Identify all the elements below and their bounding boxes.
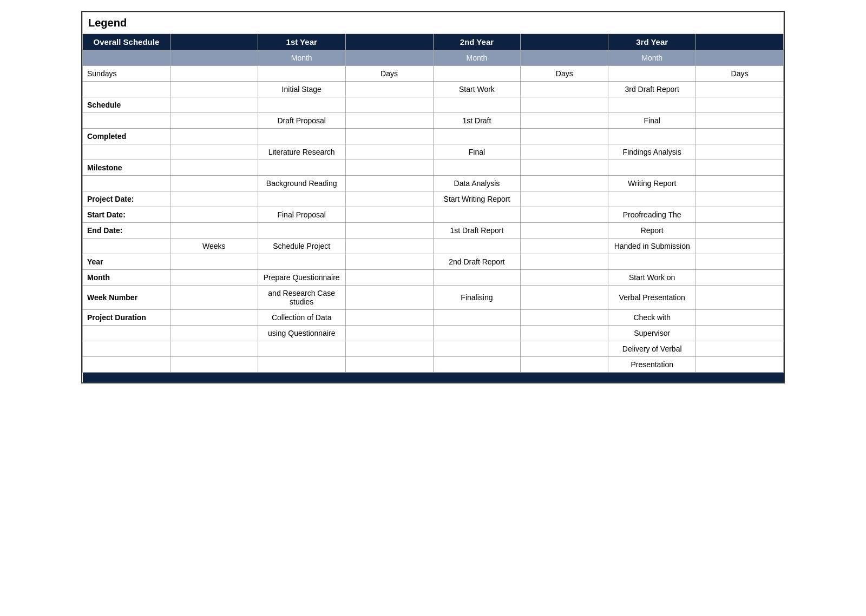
month-label-empty2 [170, 50, 258, 66]
row7-label [83, 176, 170, 191]
row3-d2 [521, 113, 608, 129]
row9-d3 [696, 207, 784, 223]
row6-d1 [345, 160, 433, 176]
row4-c3 [608, 129, 696, 144]
month-3rd-year: Month [608, 50, 696, 66]
table-row: End Date: 1st Draft Report Report [83, 223, 784, 239]
table-row: Draft Proposal 1st Draft Final [83, 113, 784, 129]
row13-c3: Start Work on [608, 270, 696, 286]
row12-d2 [521, 254, 608, 270]
row3-c1: Draft Proposal [258, 113, 345, 129]
table-row: Start Date: Final Proposal Proofreading … [83, 207, 784, 223]
row14-empty1 [170, 286, 258, 310]
row6-d3 [696, 160, 784, 176]
row2-c1 [258, 97, 345, 113]
row14-d3 [696, 286, 784, 310]
row6-c2 [433, 160, 521, 176]
row7-c2: Data Analysis [433, 176, 521, 191]
table-row: Presentation [83, 357, 784, 373]
table-row: Literature Research Final Findings Analy… [83, 144, 784, 160]
row2-c3 [608, 97, 696, 113]
sundays-empty1 [170, 66, 258, 82]
row2-d1 [345, 97, 433, 113]
row16-d2 [521, 326, 608, 341]
project-duration-label: Project Duration [83, 310, 170, 326]
table-row: Project Date: Start Writing Report [83, 191, 784, 207]
month-1st-year: Month [258, 50, 345, 66]
row3-label [83, 113, 170, 129]
week-number-label: Week Number [83, 286, 170, 310]
header-1st-year: 1st Year [258, 34, 345, 50]
month-days3 [696, 50, 784, 66]
row9-c1: Final Proposal [258, 207, 345, 223]
row18-c1 [258, 357, 345, 373]
row11-weeks: Weeks [170, 239, 258, 254]
row4-d2 [521, 129, 608, 144]
row3-empty [170, 113, 258, 129]
gantt-table-wrapper: Legend Overall Schedule 1st Year 2nd Yea… [81, 11, 785, 383]
row15-c2 [433, 310, 521, 326]
row12-c1 [258, 254, 345, 270]
row15-c1: Collection of Data [258, 310, 345, 326]
sundays-empty2 [258, 66, 345, 82]
row17-d2 [521, 341, 608, 357]
table-row: Year 2nd Draft Report [83, 254, 784, 270]
row7-c3: Writing Report [608, 176, 696, 191]
table-row: using Questionnaire Supervisor [83, 326, 784, 341]
row16-c3: Supervisor [608, 326, 696, 341]
row8-c2: Start Writing Report [433, 191, 521, 207]
row1-d2 [521, 82, 608, 97]
row18-c2 [433, 357, 521, 373]
row4-empty1 [170, 129, 258, 144]
row10-c1 [258, 223, 345, 239]
row4-c2 [433, 129, 521, 144]
row16-c2 [433, 326, 521, 341]
table-row: Weeks Schedule Project Handed in Submiss… [83, 239, 784, 254]
row15-d3 [696, 310, 784, 326]
table-row: Project Duration Collection of Data Chec… [83, 310, 784, 326]
row17-empty1 [170, 341, 258, 357]
row17-c3: Delivery of Verbal [608, 341, 696, 357]
table-row: Initial Stage Start Work 3rd Draft Repor… [83, 82, 784, 97]
row7-d3 [696, 176, 784, 191]
row13-empty1 [170, 270, 258, 286]
row15-c3: Check with [608, 310, 696, 326]
row18-empty1 [170, 357, 258, 373]
completed-label: Completed [83, 129, 170, 144]
row1-c1: Initial Stage [258, 82, 345, 97]
row16-empty1 [170, 326, 258, 341]
footer-bar [83, 373, 784, 382]
row13-d2 [521, 270, 608, 286]
row3-d3 [696, 113, 784, 129]
table-row: Completed [83, 129, 784, 144]
row14-c2: Finalising [433, 286, 521, 310]
row1-empty [170, 82, 258, 97]
row2-d3 [696, 97, 784, 113]
footer-row [83, 373, 784, 382]
row14-c1: and Research Case studies [258, 286, 345, 310]
table-row: Schedule [83, 97, 784, 113]
sundays-row: Sundays Days Days Days [83, 66, 784, 82]
row17-label [83, 341, 170, 357]
row17-d1 [345, 341, 433, 357]
end-date-label: End Date: [83, 223, 170, 239]
month-days2 [521, 50, 608, 66]
row11-label [83, 239, 170, 254]
table-row: Delivery of Verbal [83, 341, 784, 357]
row9-empty1 [170, 207, 258, 223]
row1-c3: 3rd Draft Report [608, 82, 696, 97]
row6-d2 [521, 160, 608, 176]
header-col6 [521, 34, 608, 50]
days-2: Days [521, 66, 608, 82]
row10-c3: Report [608, 223, 696, 239]
month-2nd-year: Month [433, 50, 521, 66]
schedule-label: Schedule [83, 97, 170, 113]
row4-d1 [345, 129, 433, 144]
row18-label [83, 357, 170, 373]
row8-empty1 [170, 191, 258, 207]
row9-d1 [345, 207, 433, 223]
row10-d3 [696, 223, 784, 239]
month-days1 [345, 50, 433, 66]
row11-d2 [521, 239, 608, 254]
header-3rd-year: 3rd Year [608, 34, 696, 50]
